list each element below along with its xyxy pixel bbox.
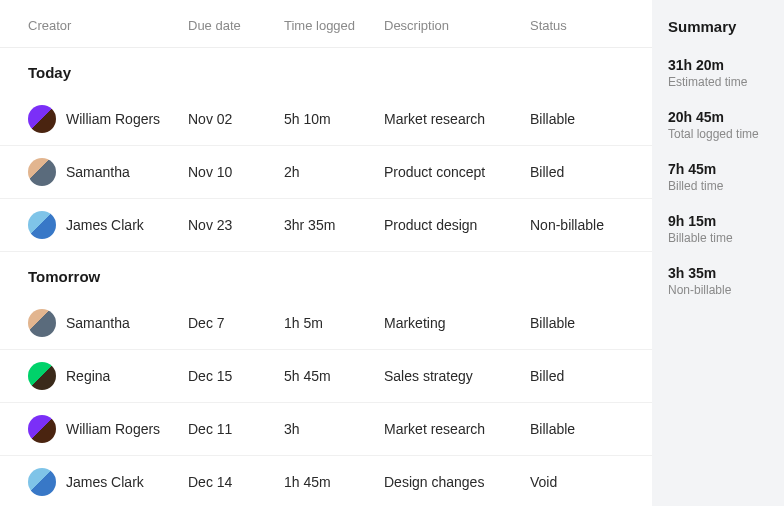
col-header-creator[interactable]: Creator [28, 18, 188, 33]
summary-label: Billable time [668, 231, 768, 245]
col-header-time[interactable]: Time logged [284, 18, 384, 33]
summary-value: 31h 20m [668, 57, 768, 73]
status-cell: Billable [530, 315, 630, 331]
due-cell: Nov 23 [188, 217, 284, 233]
creator-cell: William Rogers [28, 105, 188, 133]
creator-name: Samantha [66, 315, 130, 331]
table-row[interactable]: SamanthaDec 71h 5mMarketingBillable [0, 297, 652, 350]
due-cell: Dec 14 [188, 474, 284, 490]
creator-cell: James Clark [28, 468, 188, 496]
summary-title: Summary [668, 18, 768, 35]
creator-name: James Clark [66, 474, 144, 490]
avatar[interactable] [28, 415, 56, 443]
status-cell: Billable [530, 421, 630, 437]
summary-item: 3h 35mNon-billable [668, 265, 768, 297]
status-cell: Billed [530, 368, 630, 384]
desc-cell: Product concept [384, 164, 530, 180]
group-header: Today [0, 48, 652, 93]
status-cell: Non-billable [530, 217, 630, 233]
status-cell: Void [530, 474, 630, 490]
creator-cell: James Clark [28, 211, 188, 239]
time-cell: 5h 10m [284, 111, 384, 127]
desc-cell: Product design [384, 217, 530, 233]
summary-label: Billed time [668, 179, 768, 193]
table-header: Creator Due date Time logged Description… [0, 0, 652, 48]
due-cell: Dec 11 [188, 421, 284, 437]
avatar[interactable] [28, 468, 56, 496]
creator-name: Samantha [66, 164, 130, 180]
summary-item: 31h 20mEstimated time [668, 57, 768, 89]
summary-value: 3h 35m [668, 265, 768, 281]
col-header-status[interactable]: Status [530, 18, 630, 33]
due-cell: Dec 7 [188, 315, 284, 331]
group-header: Tomorrow [0, 252, 652, 297]
time-cell: 3hr 35m [284, 217, 384, 233]
creator-cell: Samantha [28, 309, 188, 337]
due-cell: Nov 10 [188, 164, 284, 180]
creator-cell: Samantha [28, 158, 188, 186]
avatar[interactable] [28, 158, 56, 186]
due-cell: Nov 02 [188, 111, 284, 127]
avatar[interactable] [28, 211, 56, 239]
creator-cell: William Rogers [28, 415, 188, 443]
avatar[interactable] [28, 362, 56, 390]
summary-label: Total logged time [668, 127, 768, 141]
summary-item: 7h 45mBilled time [668, 161, 768, 193]
creator-name: Regina [66, 368, 110, 384]
time-table: Creator Due date Time logged Description… [0, 0, 652, 506]
time-cell: 3h [284, 421, 384, 437]
summary-label: Non-billable [668, 283, 768, 297]
summary-panel: Summary 31h 20mEstimated time20h 45mTota… [652, 0, 784, 506]
time-cell: 1h 5m [284, 315, 384, 331]
summary-value: 7h 45m [668, 161, 768, 177]
avatar[interactable] [28, 309, 56, 337]
desc-cell: Market research [384, 111, 530, 127]
col-header-desc[interactable]: Description [384, 18, 530, 33]
status-cell: Billable [530, 111, 630, 127]
creator-name: James Clark [66, 217, 144, 233]
summary-value: 9h 15m [668, 213, 768, 229]
summary-label: Estimated time [668, 75, 768, 89]
status-cell: Billed [530, 164, 630, 180]
summary-item: 9h 15mBillable time [668, 213, 768, 245]
table-row[interactable]: William RogersDec 113hMarket researchBil… [0, 403, 652, 456]
summary-value: 20h 45m [668, 109, 768, 125]
table-row[interactable]: SamanthaNov 102hProduct conceptBilled [0, 146, 652, 199]
table-row[interactable]: ReginaDec 155h 45mSales strategyBilled [0, 350, 652, 403]
summary-item: 20h 45mTotal logged time [668, 109, 768, 141]
time-cell: 1h 45m [284, 474, 384, 490]
due-cell: Dec 15 [188, 368, 284, 384]
table-row[interactable]: James ClarkDec 141h 45mDesign changesVoi… [0, 456, 652, 506]
desc-cell: Marketing [384, 315, 530, 331]
time-cell: 2h [284, 164, 384, 180]
desc-cell: Market research [384, 421, 530, 437]
time-cell: 5h 45m [284, 368, 384, 384]
desc-cell: Design changes [384, 474, 530, 490]
table-row[interactable]: William RogersNov 025h 10mMarket researc… [0, 93, 652, 146]
table-row[interactable]: James ClarkNov 233hr 35mProduct designNo… [0, 199, 652, 252]
creator-cell: Regina [28, 362, 188, 390]
creator-name: William Rogers [66, 421, 160, 437]
avatar[interactable] [28, 105, 56, 133]
col-header-due[interactable]: Due date [188, 18, 284, 33]
desc-cell: Sales strategy [384, 368, 530, 384]
creator-name: William Rogers [66, 111, 160, 127]
